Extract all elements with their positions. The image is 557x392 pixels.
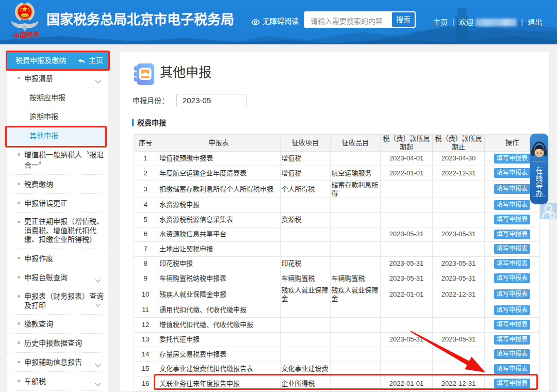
svg-text:中国税务: 中国税务	[13, 30, 39, 40]
